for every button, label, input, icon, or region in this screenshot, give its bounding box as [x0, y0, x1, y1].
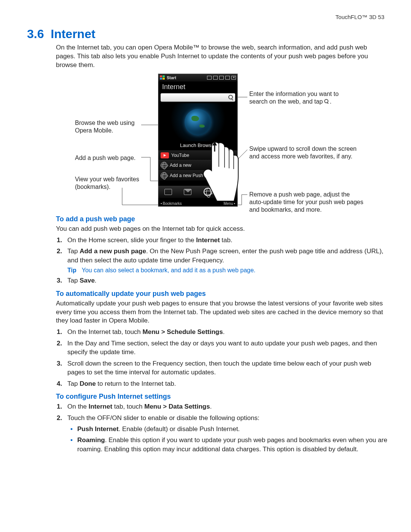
- search-input[interactable]: [161, 93, 235, 102]
- signal-icon: [213, 76, 218, 80]
- tip-line: TipYou can also select a bookmark, and a…: [67, 267, 388, 274]
- subheading-auto-update: To automatically update your push web pa…: [56, 290, 388, 298]
- bullet-item: Roaming. Enable this option if you want …: [77, 436, 388, 454]
- tip-text: You can also select a bookmark, and add …: [82, 267, 256, 273]
- subheading-add-push: To add a push web page: [56, 215, 388, 223]
- step-item: On the Home screen, slide your finger to…: [66, 236, 388, 244]
- step-item: Tap Save.: [66, 276, 388, 285]
- figure-area: Start ✕ Internet Launch Browser ▶: [25, 73, 388, 211]
- list-item-add-favorite[interactable]: Add a new: [158, 160, 237, 170]
- launch-browser-button[interactable]: Launch Browser: [158, 141, 237, 150]
- annotation-search: Enter the information you want to search…: [249, 90, 356, 105]
- bullet-list: Push Internet. Enable (default) or disab…: [70, 425, 388, 454]
- globe-area[interactable]: [158, 103, 237, 141]
- softkey-menu[interactable]: Menu: [223, 201, 235, 206]
- close-icon: ✕: [231, 76, 236, 80]
- page-header: TouchFLO™ 3D 53: [23, 14, 388, 20]
- steps-list: On the Internet tab, touch Menu > Data S…: [56, 402, 388, 422]
- bullet-item: Push Internet. Enable (default) or disab…: [77, 425, 388, 433]
- annotation-swipe: Swipe upward to scroll down the screen a…: [249, 145, 363, 160]
- device-dock: [158, 186, 237, 198]
- list-item-youtube[interactable]: ▶ YouTube: [158, 150, 237, 160]
- step-item: In the Day and Time section, select the …: [66, 339, 388, 357]
- list-item-label: Add a new Push: [170, 173, 203, 178]
- step-item: On the Internet tab, touch Menu > Data S…: [66, 402, 388, 411]
- annotation-menu: Remove a push web page, adjust the auto-…: [249, 191, 363, 214]
- list-item-add-push[interactable]: Add a new Push: [158, 170, 237, 181]
- device-statusbar: Start ✕: [158, 74, 237, 81]
- globe-small-icon: [161, 162, 167, 169]
- tip-label: Tip: [67, 267, 76, 273]
- youtube-icon: ▶: [161, 152, 169, 158]
- step-item: On the Internet tab, touch Menu > Schedu…: [66, 328, 388, 336]
- section-intro: On the Internet tab, you can open Opera …: [56, 43, 388, 70]
- annotation-add-push: Add a push web page.: [75, 154, 143, 162]
- globe-small-icon: [161, 172, 167, 179]
- list-item-label: Add a new: [170, 163, 191, 168]
- list-item-label: YouTube: [171, 153, 189, 158]
- steps-list: On the Home screen, slide your finger to…: [56, 236, 388, 265]
- annotation-favorites: View your web favorites (bookmarks).: [75, 176, 151, 191]
- battery-icon: [225, 76, 230, 80]
- section-number: 3.6: [27, 27, 44, 41]
- start-label: Start: [167, 75, 176, 80]
- device-screenshot: Start ✕ Internet Launch Browser ▶: [158, 73, 238, 207]
- device-tab-title: Internet: [158, 81, 237, 92]
- status-icon: [207, 76, 212, 80]
- step-item: Touch the OFF/ON slider to enable or dis…: [66, 414, 388, 422]
- softkey-bookmarks[interactable]: Bookmarks: [161, 201, 182, 206]
- sub1-lead: You can add push web pages on the Intern…: [56, 225, 388, 233]
- annotation-browse-web: Browse the web using Opera Mobile.: [75, 119, 143, 134]
- step-item: Scroll down the screen to the Frequency …: [66, 359, 388, 377]
- section-title: 3.6 Internet: [27, 27, 388, 41]
- sub2-lead: Automatically update your push web pages…: [56, 299, 388, 326]
- search-icon: [324, 99, 330, 104]
- steps-list: Tap Save.: [56, 276, 388, 285]
- dock-icon[interactable]: [164, 189, 172, 195]
- subheading-configure: To configure Push Internet settings: [56, 393, 388, 401]
- search-icon[interactable]: [228, 95, 234, 100]
- mail-icon[interactable]: [184, 189, 191, 195]
- steps-list: On the Internet tab, touch Menu > Schedu…: [56, 328, 388, 388]
- step-item: Tap Add a new push page. On the New Push…: [66, 247, 388, 265]
- volume-icon: [219, 76, 224, 80]
- windows-flag-icon: [160, 75, 165, 80]
- dock-icon[interactable]: [224, 189, 231, 195]
- section-name: Internet: [51, 27, 95, 41]
- internet-tab-icon[interactable]: [204, 188, 212, 196]
- step-item: Tap Done to return to the Internet tab.: [66, 379, 388, 388]
- globe-icon: [185, 109, 211, 136]
